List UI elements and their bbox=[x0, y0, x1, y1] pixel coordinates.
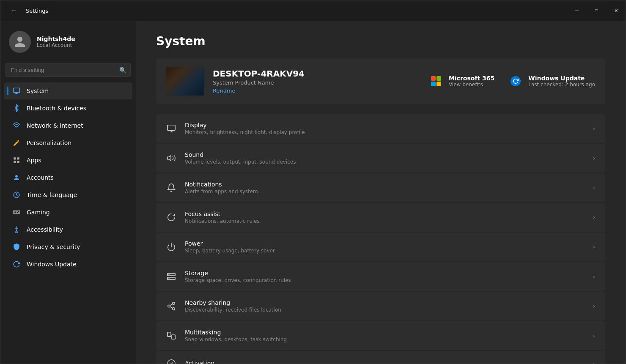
svg-point-15 bbox=[168, 305, 170, 307]
focus-desc: Notifications, automatic rules bbox=[185, 218, 584, 224]
svg-rect-2 bbox=[17, 157, 19, 159]
search-icon: 🔍 bbox=[119, 67, 126, 74]
activation-title: Activation bbox=[185, 360, 584, 364]
titlebar: ← Settings ─ □ ✕ bbox=[0, 0, 626, 21]
notifications-icon bbox=[166, 183, 176, 193]
ms365-action[interactable]: Microsoft 365 View benefits bbox=[428, 74, 494, 89]
svg-point-16 bbox=[173, 308, 175, 310]
multitasking-desc: Snap windows, desktops, task switching bbox=[185, 337, 584, 342]
svg-rect-20 bbox=[172, 335, 175, 339]
sidebar-item-personalization[interactable]: Personalization bbox=[4, 134, 132, 151]
avatar bbox=[9, 31, 31, 53]
user-info: Nightsh4de Local Account bbox=[37, 36, 75, 48]
account-type: Local Account bbox=[37, 42, 75, 48]
notifications-text: Notifications Alerts from apps and syste… bbox=[185, 181, 584, 194]
settings-item-storage[interactable]: Storage Storage space, drives, configura… bbox=[156, 262, 605, 291]
sidebar-item-label: Personalization bbox=[27, 140, 71, 146]
content-area: Nightsh4de Local Account 🔍 System bbox=[0, 21, 626, 364]
chevron-icon: › bbox=[593, 155, 595, 161]
settings-item-display[interactable]: Display Monitors, brightness, night ligh… bbox=[156, 114, 605, 143]
maximize-button[interactable]: □ bbox=[587, 0, 606, 21]
settings-item-multitasking[interactable]: Multitasking Snap windows, desktops, tas… bbox=[156, 321, 605, 350]
back-button[interactable]: ← bbox=[7, 4, 21, 17]
activation-icon bbox=[166, 359, 176, 364]
sidebar-item-label: System bbox=[27, 88, 49, 94]
svg-rect-3 bbox=[14, 161, 16, 163]
settings-item-notifications[interactable]: Notifications Alerts from apps and syste… bbox=[156, 173, 605, 202]
sidebar-item-privacy[interactable]: Privacy & security bbox=[4, 238, 132, 255]
username: Nightsh4de bbox=[37, 36, 75, 42]
sidebar-item-system[interactable]: System bbox=[4, 82, 132, 99]
multitasking-title: Multitasking bbox=[185, 329, 584, 336]
rename-link[interactable]: Rename bbox=[213, 88, 235, 94]
settings-item-sound[interactable]: Sound Volume levels, output, input, soun… bbox=[156, 144, 605, 172]
sidebar-item-accounts[interactable]: Accounts bbox=[4, 169, 132, 186]
window-title: Settings bbox=[26, 8, 48, 14]
storage-title: Storage bbox=[185, 270, 584, 276]
sidebar-item-gaming[interactable]: Gaming bbox=[4, 204, 132, 221]
settings-item-power[interactable]: Power Sleep, battery usage, battery save… bbox=[156, 233, 605, 261]
system-icon bbox=[12, 87, 21, 95]
close-button[interactable]: ✕ bbox=[606, 0, 626, 21]
settings-item-nearby[interactable]: Nearby sharing Discoverability, received… bbox=[156, 292, 605, 320]
sidebar-item-label: Windows Update bbox=[27, 261, 77, 268]
device-name: DESKTOP-4RAKV94 bbox=[213, 68, 420, 79]
minimize-button[interactable]: ─ bbox=[567, 0, 587, 21]
search-container: 🔍 bbox=[5, 63, 131, 77]
chevron-icon: › bbox=[593, 303, 595, 309]
sidebar-item-update[interactable]: Windows Update bbox=[4, 256, 132, 273]
sidebar-item-apps[interactable]: Apps bbox=[4, 152, 132, 169]
display-desc: Monitors, brightness, night light, displ… bbox=[185, 129, 584, 135]
power-icon bbox=[166, 242, 176, 252]
device-subtitle: System Product Name bbox=[213, 79, 420, 86]
ms365-subtitle: View benefits bbox=[449, 82, 494, 88]
notifications-title: Notifications bbox=[185, 181, 584, 188]
sidebar-item-label: Accessibility bbox=[27, 226, 63, 233]
sidebar-item-time[interactable]: Time & language bbox=[4, 186, 132, 203]
bluetooth-icon bbox=[12, 104, 21, 112]
sound-icon bbox=[166, 153, 176, 163]
time-icon bbox=[12, 191, 21, 199]
gaming-icon bbox=[12, 208, 21, 216]
svg-rect-7 bbox=[167, 125, 175, 131]
display-text: Display Monitors, brightness, night ligh… bbox=[185, 122, 584, 135]
svg-line-17 bbox=[170, 307, 173, 308]
sound-desc: Volume levels, output, input, sound devi… bbox=[185, 159, 584, 165]
sidebar-item-accessibility[interactable]: Accessibility bbox=[4, 221, 132, 238]
network-icon bbox=[12, 121, 21, 130]
svg-line-18 bbox=[170, 304, 173, 306]
storage-icon bbox=[166, 271, 176, 282]
sidebar-item-label: Bluetooth & devices bbox=[27, 105, 86, 112]
multitasking-text: Multitasking Snap windows, desktops, tas… bbox=[185, 329, 584, 342]
nearby-text: Nearby sharing Discoverability, received… bbox=[185, 299, 584, 313]
device-card: DESKTOP-4RAKV94 System Product Name Rena… bbox=[156, 58, 605, 104]
sidebar-item-bluetooth[interactable]: Bluetooth & devices bbox=[4, 100, 132, 117]
svg-point-6 bbox=[16, 227, 17, 228]
notifications-desc: Alerts from apps and system bbox=[185, 189, 584, 194]
svg-rect-1 bbox=[14, 157, 16, 159]
user-icon bbox=[14, 36, 26, 48]
update-refresh-icon bbox=[508, 74, 523, 89]
apps-icon bbox=[12, 156, 21, 164]
search-input[interactable] bbox=[5, 63, 131, 77]
page-title: System bbox=[156, 34, 605, 48]
sidebar-item-label: Accounts bbox=[27, 174, 54, 181]
sidebar-item-network[interactable]: Network & internet bbox=[4, 117, 132, 134]
storage-text: Storage Storage space, drives, configura… bbox=[185, 270, 584, 283]
sound-text: Sound Volume levels, output, input, soun… bbox=[185, 151, 584, 165]
user-profile[interactable]: Nightsh4de Local Account bbox=[0, 24, 136, 61]
update-text: Windows Update Last checked: 2 hours ago bbox=[528, 75, 595, 88]
update-action[interactable]: Windows Update Last checked: 2 hours ago bbox=[508, 74, 595, 89]
focus-icon bbox=[166, 212, 176, 222]
sound-title: Sound bbox=[185, 151, 584, 158]
accounts-icon bbox=[12, 173, 21, 182]
update-title: Windows Update bbox=[528, 75, 595, 82]
settings-item-focus[interactable]: Focus assist Notifications, automatic ru… bbox=[156, 203, 605, 232]
settings-item-activation[interactable]: Activation › bbox=[156, 351, 605, 364]
settings-list: Display Monitors, brightness, night ligh… bbox=[156, 114, 605, 364]
sidebar-item-label: Network & internet bbox=[27, 122, 83, 129]
chevron-icon: › bbox=[593, 244, 595, 250]
svg-rect-4 bbox=[17, 161, 19, 163]
update-subtitle: Last checked: 2 hours ago bbox=[528, 82, 595, 88]
svg-point-14 bbox=[173, 302, 175, 305]
